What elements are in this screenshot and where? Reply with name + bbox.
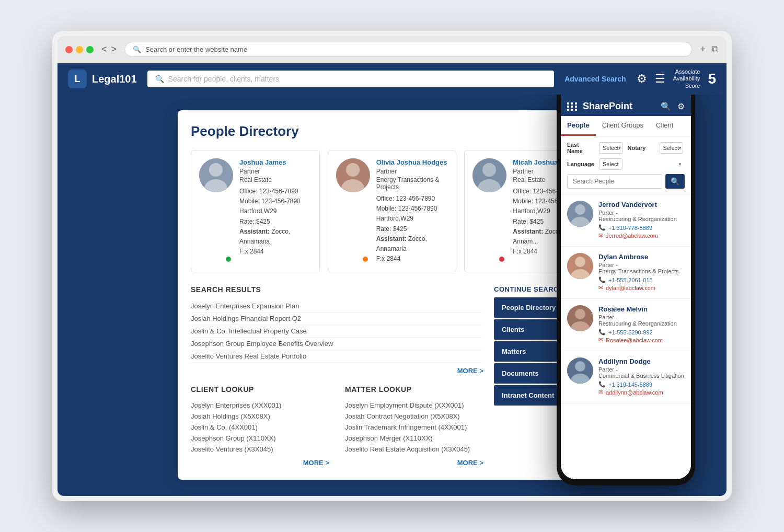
matter-item-2[interactable]: Joslin Trademark Infringement (4XX001)	[345, 422, 483, 433]
desktop-mockup: < > 🔍 Search or enter the website name +…	[52, 31, 732, 501]
filter-select-language[interactable]: Select	[599, 158, 622, 170]
mobile-person-name-1[interactable]: Dylan Ambrose	[598, 253, 685, 261]
person-name-2[interactable]: Olivia Joshua Hodges	[376, 158, 448, 166]
mobile-email-3[interactable]: addilynn@abclaw.com	[606, 389, 663, 396]
search-people-button[interactable]: 🔍	[665, 174, 685, 189]
matter-item-1[interactable]: Josiah Contract Negotiation (X5X08X)	[345, 411, 483, 422]
mobile-phone-0[interactable]: +1 310-778-5889	[608, 225, 652, 231]
browser-window: < > 🔍 Search or enter the website name +…	[57, 36, 727, 496]
mobile-person-details-0: Jerrod Vandervort Parter -Restrucuring &…	[598, 201, 685, 240]
person-info-2: Olivia Joshua Hodges Partner Energy Tran…	[376, 158, 448, 264]
traffic-lights	[65, 46, 94, 53]
mobile-avatar-2	[567, 305, 593, 331]
main-content: ✕ People Directory	[57, 95, 727, 496]
search-result-item-3[interactable]: Josephson Group Employee Benefits Overvi…	[191, 338, 483, 350]
copy-button[interactable]: ⧉	[712, 44, 719, 55]
filter-row-2: Language Select	[567, 158, 685, 170]
mobile-person-item-2[interactable]: Rosalee Melvin Parter -Restrucuring & Re…	[561, 299, 691, 351]
matter-more[interactable]: MORE >	[345, 459, 483, 467]
mobile-contact-email-1: ✉ dylan@abclaw.com	[598, 284, 685, 291]
client-item-1[interactable]: Josiah Holdings (X5X08X)	[191, 411, 329, 422]
left-sections: SEARCH RESULTS Joselyn Enterprises Expan…	[191, 285, 483, 467]
mobile-search-icon[interactable]: 🔍	[661, 101, 671, 111]
mobile-person-item-3[interactable]: Addilynn Dodge Parter -Commercial & Busi…	[561, 351, 691, 403]
status-dot-1	[225, 256, 232, 263]
person-cards: Joshua James Partner Real Estate Office:…	[191, 150, 593, 272]
phone-icon-2: 📞	[598, 329, 606, 336]
tab-people[interactable]: People	[561, 116, 596, 136]
search-result-item-2[interactable]: Joslin & Co. Intellectual Property Case	[191, 325, 483, 338]
mobile-person-name-0[interactable]: Jerrod Vandervort	[598, 201, 685, 209]
search-people-input[interactable]	[567, 174, 662, 189]
client-item-4[interactable]: Joselito Ventures (X3X045)	[191, 444, 329, 455]
person-role-1: Partner	[239, 168, 312, 175]
logo-icon: L	[68, 70, 87, 88]
mobile-mockup: 8:30 ●●● ▲ ▮▮▮	[557, 95, 695, 485]
mobile-contact-phone-3: 📞 +1 310-145-5889	[598, 381, 685, 388]
svg-point-10	[575, 204, 585, 215]
person-dept-2: Energy Transactions & Projects	[376, 176, 448, 191]
mobile-email-0[interactable]: Jerrod@abclaw.com	[606, 233, 658, 239]
grid-icon[interactable]	[567, 102, 578, 111]
client-item-0[interactable]: Joselyn Enterprises (XXX001)	[191, 400, 329, 411]
new-tab-button[interactable]: +	[700, 44, 706, 55]
person-role-2: Partner	[376, 168, 448, 175]
matter-item-3[interactable]: Josephson Merger (X110XX)	[345, 433, 483, 444]
mobile-avatar-3	[567, 357, 593, 384]
mobile-settings-icon[interactable]: ⚙	[677, 101, 685, 111]
mobile-person-item-1[interactable]: Dylan Ambrose Parter -Energy Transaction…	[561, 247, 691, 299]
mobile-person-details-2: Rosalee Melvin Parter -Restrucuring & Re…	[598, 305, 685, 344]
mobile-app-title: SharePoint	[583, 101, 655, 112]
client-item-2[interactable]: Joslin & Co. (4XX001)	[191, 422, 329, 433]
filter-select-notary[interactable]: Select	[660, 142, 683, 154]
mobile-person-details-3: Addilynn Dodge Parter -Commercial & Busi…	[598, 357, 685, 397]
client-more[interactable]: MORE >	[191, 459, 329, 467]
nav-buttons: < >	[101, 44, 117, 55]
mobile-person-name-3[interactable]: Addilynn Dodge	[598, 357, 685, 365]
matter-item-0[interactable]: Joselyn Employment Dispute (XXX001)	[345, 400, 483, 411]
header-search[interactable]: 🔍 Search for people, clients, matters	[147, 71, 555, 87]
mobile-phone-3[interactable]: +1 310-145-5889	[608, 381, 652, 388]
email-icon-3: ✉	[598, 389, 603, 396]
status-dot-3	[498, 256, 505, 263]
back-button[interactable]: <	[101, 44, 107, 55]
person-detail-1: Office: 123-456-7890 Mobile: 123-456-789…	[239, 187, 312, 257]
search-results-title: SEARCH RESULTS	[191, 285, 483, 294]
mobile-email-1[interactable]: dylan@abclaw.com	[606, 285, 655, 291]
forward-button[interactable]: >	[111, 44, 117, 55]
settings-icon[interactable]: ⚙	[637, 72, 647, 86]
person-name-1[interactable]: Joshua James	[239, 158, 312, 166]
close-button[interactable]	[65, 46, 73, 53]
mobile-person-name-2[interactable]: Rosalee Melvin	[598, 305, 685, 313]
list-icon[interactable]: ☰	[655, 72, 665, 86]
svg-point-19	[575, 361, 585, 372]
tab-client-groups[interactable]: Client Groups	[596, 116, 650, 136]
url-bar[interactable]: 🔍 Search or enter the website name	[124, 42, 692, 57]
mobile-person-role-1: Parter -Energy Transactions & Projects	[598, 262, 685, 274]
mobile-phone-2[interactable]: +1-555-5290-992	[608, 329, 653, 336]
search-result-item-4[interactable]: Joselito Ventures Real Estate Portfolio	[191, 350, 483, 363]
mobile-tabs: People Client Groups Client	[561, 116, 691, 136]
filter-select-lastname-wrapper: Select	[599, 142, 625, 154]
matter-lookup-title: MATTER LOOKUP	[345, 385, 483, 394]
matter-item-4[interactable]: Joselito Real Estate Acquisition (X3X045…	[345, 444, 483, 455]
svg-point-4	[346, 163, 360, 177]
search-results-more[interactable]: MORE >	[191, 367, 483, 375]
maximize-button[interactable]	[86, 46, 94, 53]
filter-select-notary-wrapper: Select	[660, 142, 685, 154]
logo-area: L Legal101	[68, 70, 137, 88]
client-item-3[interactable]: Josephson Group (X110XX)	[191, 433, 329, 444]
mobile-header: SharePoint 🔍 ⚙	[561, 97, 691, 116]
svg-point-13	[575, 257, 585, 267]
filter-select-lastname[interactable]: Select	[599, 142, 622, 154]
avatar-3	[472, 158, 506, 192]
mobile-email-2[interactable]: Rosalee@abclaw.com	[606, 337, 663, 343]
tab-client[interactable]: Client	[650, 116, 679, 136]
mobile-phone-1[interactable]: +1-555-2061-015	[608, 277, 653, 283]
search-result-item-1[interactable]: Josiah Holdings Financial Report Q2	[191, 313, 483, 325]
advanced-search-link[interactable]: Advanced Search	[564, 75, 626, 83]
minimize-button[interactable]	[76, 46, 83, 53]
browser-actions: + ⧉	[700, 44, 719, 55]
mobile-person-item-0[interactable]: Jerrod Vandervort Parter -Restrucuring &…	[561, 194, 691, 247]
search-result-item-0[interactable]: Joselyn Enterprises Expansion Plan	[191, 300, 483, 313]
